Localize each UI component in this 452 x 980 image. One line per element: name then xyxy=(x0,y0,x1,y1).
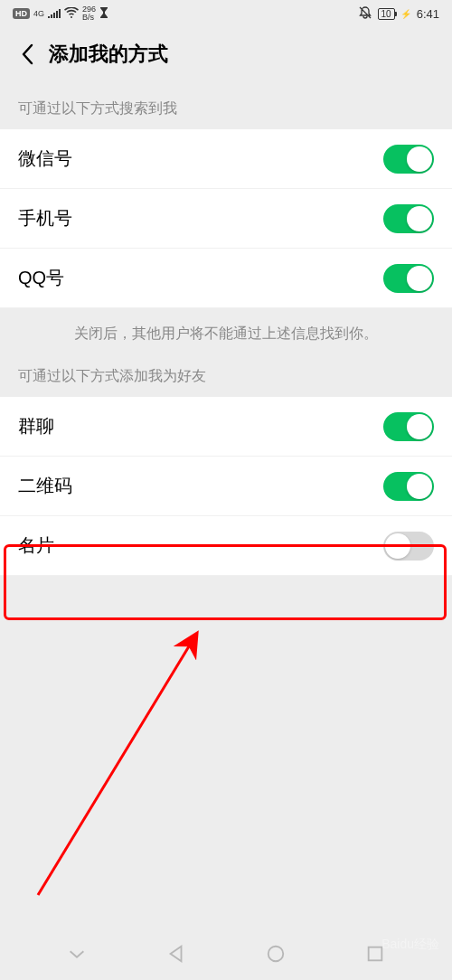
svg-point-1 xyxy=(268,947,284,962)
svg-line-0 xyxy=(38,642,192,895)
row-group-chat: 群聊 xyxy=(0,397,452,457)
toggle-group-chat[interactable] xyxy=(383,412,434,441)
speed-indicator: 296 B/s xyxy=(82,5,96,22)
label-qq: QQ号 xyxy=(18,266,64,290)
section-header-search: 可通过以下方式搜索到我 xyxy=(0,81,452,129)
nav-hide-icon[interactable] xyxy=(67,944,87,967)
charging-icon: ⚡ xyxy=(400,9,411,19)
toggle-name-card[interactable] xyxy=(383,532,434,561)
label-name-card: 名片 xyxy=(18,533,54,558)
nav-back-icon[interactable] xyxy=(166,944,186,967)
svg-rect-2 xyxy=(369,947,382,961)
status-bar: HD 4G 296 B/s 10 ⚡ 6:41 xyxy=(0,0,452,27)
signal-icon xyxy=(48,7,61,21)
row-qr-code: 二维码 xyxy=(0,457,452,516)
section-header-add: 可通过以下方式添加我为好友 xyxy=(0,360,452,397)
nav-home-icon[interactable] xyxy=(266,944,286,967)
toggle-phone[interactable] xyxy=(383,204,434,233)
label-phone: 手机号 xyxy=(18,206,72,231)
battery-indicator: 10 xyxy=(378,8,395,20)
hourglass-icon xyxy=(99,7,108,21)
toggle-qr-code[interactable] xyxy=(383,472,434,501)
annotation-arrow xyxy=(29,597,210,904)
row-qq: QQ号 xyxy=(0,249,452,308)
hd-badge: HD xyxy=(13,8,30,19)
toggle-wechat-id[interactable] xyxy=(383,145,434,174)
mute-icon xyxy=(358,5,372,23)
label-wechat-id: 微信号 xyxy=(18,146,72,171)
back-button[interactable] xyxy=(14,42,40,67)
watermark: Baidu经验 xyxy=(381,937,439,953)
label-qr-code: 二维码 xyxy=(18,474,72,498)
page-title: 添加我的方式 xyxy=(49,41,168,68)
row-phone: 手机号 xyxy=(0,189,452,249)
row-name-card: 名片 xyxy=(0,516,452,576)
status-right: 10 ⚡ 6:41 xyxy=(358,5,439,23)
wifi-icon xyxy=(64,7,79,21)
row-wechat-id: 微信号 xyxy=(0,129,452,189)
network-4g: 4G xyxy=(33,9,44,18)
label-group-chat: 群聊 xyxy=(18,414,54,438)
status-left: HD 4G 296 B/s xyxy=(13,5,108,22)
toggle-qq[interactable] xyxy=(383,264,434,293)
hint-search-off: 关闭后，其他用户将不能通过上述信息找到你。 xyxy=(0,308,452,360)
nav-bar: 添加我的方式 xyxy=(0,27,452,81)
clock-time: 6:41 xyxy=(417,7,439,21)
